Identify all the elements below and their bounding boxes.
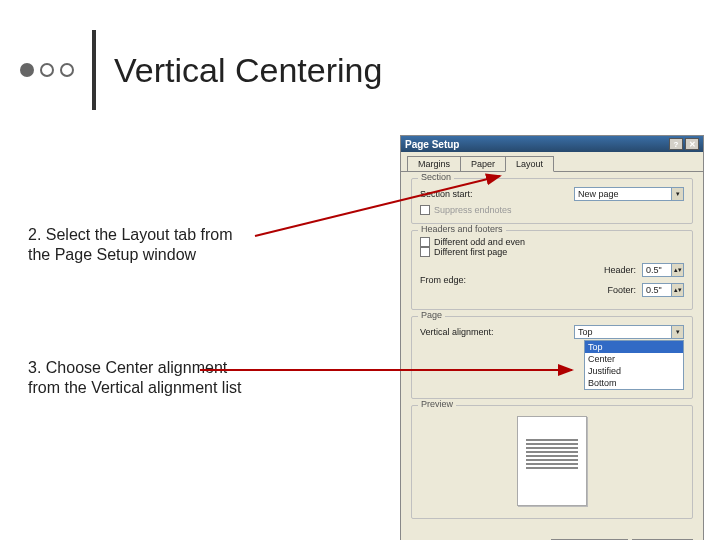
valign-option-center[interactable]: Center	[585, 353, 683, 365]
footer-value: 0.5"	[643, 284, 671, 296]
from-edge-label: From edge:	[420, 275, 466, 285]
odd-even-label: Different odd and even	[434, 237, 525, 247]
section-start-dropdown[interactable]: New page ▾	[574, 187, 684, 201]
layout-pane: Section Section start: New page ▾ Suppre…	[401, 171, 703, 533]
dialog-title: Page Setup	[405, 139, 459, 150]
tab-paper[interactable]: Paper	[460, 156, 506, 172]
tab-margins[interactable]: Margins	[407, 156, 461, 172]
suppress-endnotes-checkbox[interactable]	[420, 205, 430, 215]
tab-layout[interactable]: Layout	[505, 156, 554, 172]
odd-even-checkbox[interactable]	[420, 237, 430, 247]
close-button[interactable]: ✕	[685, 138, 699, 150]
suppress-endnotes-label: Suppress endnotes	[434, 205, 512, 215]
header-value: 0.5"	[643, 264, 671, 276]
valign-value: Top	[575, 326, 671, 338]
slide-bullets	[20, 63, 74, 77]
preview-group-label: Preview	[418, 399, 456, 409]
spinner-icon: ▴▾	[671, 264, 683, 276]
page-setup-dialog: Page Setup ? ✕ Margins Paper Layout Sect…	[400, 135, 704, 540]
section-start-value: New page	[575, 188, 671, 200]
header-label: Header:	[604, 265, 636, 275]
footer-spinner[interactable]: 0.5"▴▾	[642, 283, 684, 297]
instruction-step-2: 2. Select the Layout tab from the Page S…	[28, 225, 258, 265]
first-page-label: Different first page	[434, 247, 507, 257]
preview-group: Preview	[411, 405, 693, 519]
slide-header: Vertical Centering	[20, 30, 382, 110]
valign-option-justified[interactable]: Justified	[585, 365, 683, 377]
dialog-titlebar: Page Setup ? ✕	[401, 136, 703, 152]
apply-row: Apply to: Whole document ▾ Line Numbers.…	[401, 533, 703, 540]
tab-strip: Margins Paper Layout	[401, 152, 703, 172]
section-start-label: Section start:	[420, 189, 473, 199]
slide-title: Vertical Centering	[114, 51, 382, 90]
help-button[interactable]: ?	[669, 138, 683, 150]
page-group: Page Vertical alignment: Top ▾ Top Cente…	[411, 316, 693, 399]
first-page-checkbox[interactable]	[420, 247, 430, 257]
valign-label: Vertical alignment:	[420, 327, 494, 337]
valign-option-bottom[interactable]: Bottom	[585, 377, 683, 389]
headers-footers-group: Headers and footers Different odd and ev…	[411, 230, 693, 310]
preview-page-icon	[517, 416, 587, 506]
footer-label: Footer:	[607, 285, 636, 295]
valign-dropdown[interactable]: Top ▾	[574, 325, 684, 339]
page-group-label: Page	[418, 310, 445, 320]
hf-group-label: Headers and footers	[418, 224, 506, 234]
slide-divider	[92, 30, 96, 110]
section-group-label: Section	[418, 172, 454, 182]
section-group: Section Section start: New page ▾ Suppre…	[411, 178, 693, 224]
instruction-step-3: 3. Choose Center alignment from the Vert…	[28, 358, 258, 398]
valign-option-top[interactable]: Top	[585, 341, 683, 353]
spinner-icon: ▴▾	[671, 284, 683, 296]
chevron-down-icon: ▾	[671, 188, 683, 200]
valign-list[interactable]: Top Center Justified Bottom	[584, 340, 684, 390]
header-spinner[interactable]: 0.5"▴▾	[642, 263, 684, 277]
chevron-down-icon: ▾	[671, 326, 683, 338]
